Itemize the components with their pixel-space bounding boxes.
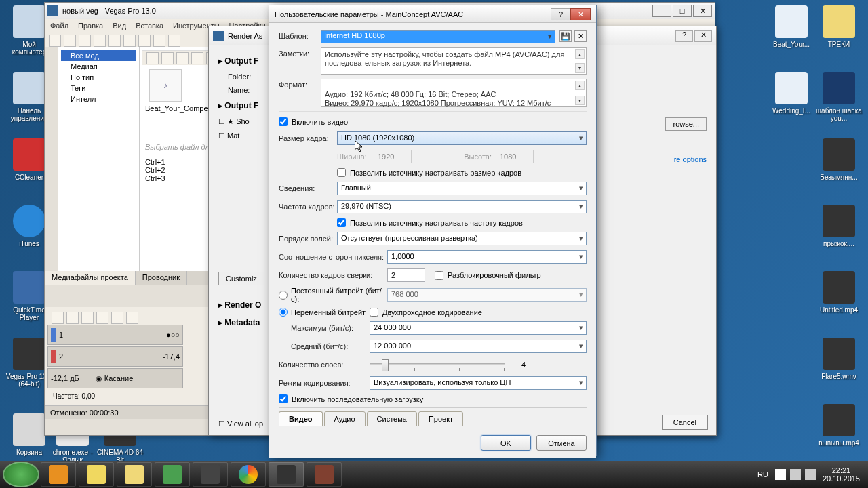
- close-button[interactable]: ✕: [693, 5, 712, 17]
- save-template-icon[interactable]: 💾: [559, 30, 572, 42]
- ok-button[interactable]: OK: [481, 435, 531, 451]
- task-explorer[interactable]: [117, 462, 152, 487]
- tab-project[interactable]: Проект: [418, 411, 463, 426]
- desktop-icon-video-3[interactable]: Untitled.mp4: [815, 271, 863, 314]
- task-app[interactable]: [307, 462, 342, 487]
- framerate-combo[interactable]: 29,970 (NTSC): [337, 200, 587, 214]
- task-wmp[interactable]: [41, 462, 76, 487]
- refframes-input[interactable]: [387, 268, 425, 282]
- toolbar-button[interactable]: [146, 52, 159, 64]
- toolbar-button[interactable]: [94, 35, 106, 47]
- framesize-combo[interactable]: HD 1080 (1920x1080): [337, 131, 587, 145]
- render-cancel-button[interactable]: Cancel: [662, 415, 708, 430]
- help-button[interactable]: ?: [675, 30, 693, 42]
- media-file[interactable]: ♪ Beat_Your_Competition.mp3: [145, 69, 186, 113]
- tab-system[interactable]: Система: [367, 411, 417, 426]
- tray-flag-icon[interactable]: [775, 469, 786, 480]
- toolbar-button[interactable]: [191, 52, 203, 64]
- fieldorder-combo[interactable]: Отсутствует (прогрессивная развертка): [337, 232, 587, 245]
- toolbar-button[interactable]: [52, 312, 64, 324]
- desktop-icon-video-1[interactable]: Безымянн...: [815, 138, 863, 181]
- browse-button[interactable]: rowse...: [665, 117, 707, 131]
- mc-tabs: Видео Аудио Система Проект: [279, 407, 587, 426]
- tab-video[interactable]: Видео: [279, 411, 323, 426]
- menu-edit[interactable]: Правка: [78, 22, 103, 30]
- tree-item[interactable]: Интелл: [61, 94, 136, 104]
- minimize-button[interactable]: —: [652, 5, 671, 17]
- menu-file[interactable]: Файл: [50, 22, 68, 30]
- toolbar-button[interactable]: [138, 35, 151, 47]
- desktop-icon-video-2[interactable]: прыжок....: [815, 205, 863, 247]
- task-sublime[interactable]: [193, 462, 228, 487]
- progressive-download-check[interactable]: Включить последовательную загрузку: [279, 394, 587, 403]
- close-button[interactable]: ✕: [570, 8, 591, 20]
- tab-project-media[interactable]: Медиафайлы проекта: [45, 271, 136, 285]
- vbr-radio[interactable]: Переменный битрейт: [279, 308, 370, 317]
- desktop-icon-mp3-1[interactable]: Beat_Your...: [768, 5, 815, 48]
- cancel-button[interactable]: Отмена: [536, 435, 587, 451]
- mc-titlebar[interactable]: Пользовательские параметры - MainConcept…: [269, 5, 596, 23]
- toolbar-button[interactable]: [108, 35, 121, 47]
- toolbar-button[interactable]: [123, 35, 136, 47]
- tray-network-icon[interactable]: [790, 469, 801, 480]
- cbr-combo: 768 000: [387, 288, 587, 302]
- template-combo[interactable]: Internet HD 1080p: [321, 30, 555, 43]
- start-button[interactable]: [3, 462, 39, 487]
- delete-template-icon[interactable]: ✕: [574, 30, 587, 42]
- clock-date[interactable]: 20.10.2015: [823, 474, 860, 483]
- slices-value: 4: [521, 361, 526, 369]
- language-indicator[interactable]: RU: [757, 470, 768, 479]
- toolbar-button[interactable]: [66, 312, 79, 324]
- toolbar-button[interactable]: [111, 312, 123, 324]
- toolbar-button[interactable]: [79, 35, 91, 47]
- tray-volume-icon[interactable]: [805, 469, 816, 480]
- desktop-icon-video-5[interactable]: вывывы.mp4: [815, 404, 863, 447]
- max-bitrate-combo[interactable]: 24 000 000: [370, 321, 587, 335]
- help-button[interactable]: ?: [551, 8, 571, 20]
- clock-time[interactable]: 22:21: [823, 466, 860, 474]
- toolbar-button[interactable]: [49, 35, 61, 47]
- toolbar-button[interactable]: [168, 35, 180, 47]
- toolbar-button[interactable]: [96, 312, 108, 324]
- task-utorrent[interactable]: [155, 462, 190, 487]
- slices-slider[interactable]: [370, 358, 505, 371]
- more-options-link[interactable]: re options: [674, 155, 707, 163]
- tab-audio[interactable]: Аудио: [324, 411, 366, 426]
- toolbar-button[interactable]: [81, 312, 94, 324]
- toolbar-button[interactable]: [64, 35, 76, 47]
- toolbar-button[interactable]: [176, 52, 189, 64]
- include-video-check[interactable]: Включить видео: [279, 117, 587, 126]
- deblock-check[interactable]: Разблокировочный фильтр: [435, 271, 541, 280]
- encmode-combo[interactable]: Визуализировать, используя только ЦП: [370, 376, 587, 390]
- tree-item[interactable]: Все мед: [61, 50, 136, 61]
- task-notes[interactable]: [79, 462, 114, 487]
- tree-item[interactable]: По тип: [61, 72, 136, 83]
- desktop-icon-mp3-2[interactable]: Wedding_I...: [768, 72, 815, 115]
- toolbar-button[interactable]: [161, 52, 174, 64]
- tab-explorer[interactable]: Проводник: [136, 271, 187, 285]
- par-combo[interactable]: 1,0000: [387, 250, 587, 264]
- tree-item[interactable]: Теги: [61, 83, 136, 94]
- avg-bitrate-combo[interactable]: 12 000 000: [370, 340, 587, 353]
- cbr-radio[interactable]: Постоянный битрейт (бит/с):: [279, 287, 387, 303]
- close-button[interactable]: ✕: [694, 30, 712, 42]
- twopass-check[interactable]: Двухпроходное кодирование: [370, 308, 482, 317]
- toolbar-button[interactable]: [153, 35, 165, 47]
- allow-source-size-check[interactable]: Позволить источнику настраивать размер к…: [337, 168, 521, 177]
- render-icon: [213, 30, 224, 41]
- desktop-icon-folder-tracks[interactable]: ТРЕКИ: [815, 5, 863, 48]
- menu-view[interactable]: Вид: [113, 22, 126, 30]
- allow-source-rate-check[interactable]: Позволить источнику настраивать частоту …: [337, 218, 523, 227]
- task-chrome[interactable]: [231, 462, 266, 487]
- profile-combo[interactable]: Главный: [337, 182, 587, 195]
- desktop-icon-psd[interactable]: шаблон шапка you...: [815, 72, 863, 122]
- template-label: Шаблон:: [279, 30, 321, 40]
- toolbar-button[interactable]: [126, 312, 138, 324]
- task-vegas[interactable]: [269, 462, 304, 487]
- maximize-button[interactable]: □: [673, 5, 692, 17]
- tree-item[interactable]: Медиап: [61, 61, 136, 72]
- menu-insert[interactable]: Вставка: [136, 22, 163, 30]
- customize-button[interactable]: Customiz: [218, 272, 264, 285]
- notes-textarea[interactable]: Используйте эту настройку, чтобы создать…: [321, 47, 587, 75]
- desktop-icon-video-4[interactable]: Flare5.wmv: [815, 338, 863, 380]
